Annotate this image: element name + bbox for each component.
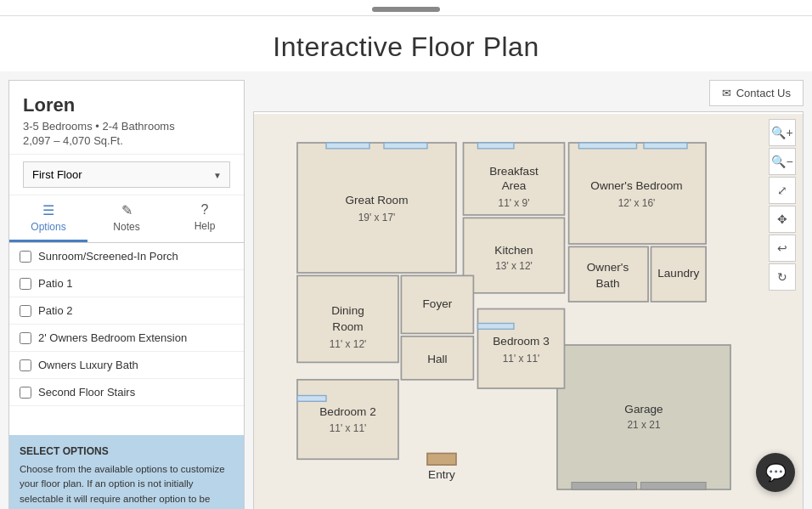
svg-text:Great Room: Great Room [345, 194, 408, 206]
option-checkbox-floorStairs[interactable] [20, 387, 31, 399]
main-layout: Loren 3-5 Bedrooms • 2-4 Bathrooms 2,097… [0, 71, 812, 509]
pan-button[interactable]: ✥ [769, 206, 796, 233]
svg-rect-35 [297, 380, 398, 460]
svg-rect-41 [579, 143, 637, 149]
option-label-patio1: Patio 1 [38, 277, 72, 290]
svg-text:Owner's: Owner's [587, 261, 629, 274]
option-item: Owners Luxury Bath [9, 352, 244, 379]
help-icon: ? [201, 202, 209, 218]
svg-text:Bedroom 2: Bedroom 2 [319, 405, 376, 418]
info-box-title: SELECT OPTIONS [20, 444, 234, 459]
property-beds: 3-5 Bedrooms • 2-4 Bathrooms [23, 120, 230, 133]
option-item: 2' Owners Bedroom Extension [9, 325, 244, 352]
option-label-sunroom: Sunroom/Screened-In Porch [38, 250, 178, 263]
option-label-luxuryBath: Owners Luxury Bath [38, 359, 138, 371]
svg-text:19' x 17': 19' x 17' [358, 212, 396, 223]
svg-rect-40 [478, 143, 515, 149]
svg-text:13' x 12': 13' x 12' [495, 260, 533, 272]
options-list: Sunroom/Screened-In PorchPatio 1Patio 22… [9, 243, 244, 435]
tab-notes-label: Notes [113, 221, 139, 233]
svg-rect-5 [641, 483, 707, 490]
svg-text:Laundry: Laundry [657, 267, 699, 280]
page-title-area: Interactive Floor Plan [0, 16, 812, 71]
svg-rect-4 [572, 483, 637, 490]
notes-icon: ✎ [121, 202, 133, 218]
progress-indicator [372, 7, 440, 12]
option-label-ownersBedroom: 2' Owners Bedroom Extension [38, 331, 187, 344]
right-panel: ✉ Contact Us Garage 21 x 21 Great Room [253, 80, 804, 509]
svg-text:Area: Area [502, 179, 527, 192]
svg-rect-16 [569, 143, 707, 244]
tabs: ☰ Options ✎ Notes ? Help [9, 195, 244, 243]
zoom-out-button[interactable]: 🔍− [769, 148, 796, 175]
svg-text:Breakfast: Breakfast [489, 165, 539, 178]
svg-text:Bath: Bath [596, 277, 620, 290]
info-box: SELECT OPTIONS Choose from the available… [9, 435, 244, 509]
top-bar [0, 0, 812, 16]
fit-button[interactable]: ⤢ [769, 177, 796, 204]
page-title: Interactive Floor Plan [0, 31, 812, 63]
tab-notes[interactable]: ✎ Notes [87, 195, 166, 242]
zoom-controls: 🔍+🔍−⤢✥↩↻ [769, 119, 796, 291]
option-checkbox-patio2[interactable] [20, 305, 31, 317]
svg-text:Garage: Garage [624, 403, 663, 416]
option-item: Second Floor Stairs [9, 379, 244, 406]
option-checkbox-sunroom[interactable] [20, 251, 31, 263]
floor-selector[interactable]: First Floor Second Floor Third Floor [23, 161, 230, 188]
chat-icon: 💬 [765, 462, 787, 483]
option-item: Patio 1 [9, 270, 244, 297]
option-checkbox-patio1[interactable] [20, 278, 31, 290]
svg-text:Owner's Bedroom: Owner's Bedroom [590, 179, 682, 192]
left-panel: Loren 3-5 Bedrooms • 2-4 Bathrooms 2,097… [8, 80, 245, 509]
contact-btn-label: Contact Us [736, 87, 791, 99]
tab-help[interactable]: ? Help [166, 195, 244, 242]
svg-text:11' x 9': 11' x 9' [499, 197, 530, 209]
option-item: Sunroom/Screened-In Porch [9, 243, 244, 270]
option-label-patio2: Patio 2 [38, 304, 72, 317]
option-checkbox-ownersBedroom[interactable] [20, 332, 31, 344]
svg-rect-45 [427, 454, 456, 466]
floorplan-svg: Garage 21 x 21 Great Room 19' x 17' Brea… [254, 112, 803, 509]
contact-btn-wrap: ✉ Contact Us [253, 80, 804, 106]
svg-text:Foyer: Foyer [423, 297, 453, 310]
options-icon: ☰ [42, 202, 54, 218]
svg-text:Room: Room [332, 320, 363, 333]
chat-bubble[interactable]: 💬 [756, 453, 795, 492]
svg-text:Bedroom 3: Bedroom 3 [493, 335, 550, 348]
svg-rect-44 [478, 324, 515, 330]
svg-text:21 x 21: 21 x 21 [627, 419, 660, 431]
tab-help-label: Help [195, 220, 216, 232]
contact-us-button[interactable]: ✉ Contact Us [709, 80, 804, 106]
option-item: Patio 2 [9, 297, 244, 325]
option-label-floorStairs: Second Floor Stairs [38, 386, 135, 399]
svg-text:11' x 11': 11' x 11' [330, 422, 367, 434]
floorplan-area: Garage 21 x 21 Great Room 19' x 17' Brea… [253, 111, 804, 509]
rotate-right-button[interactable]: ↻ [769, 263, 796, 291]
svg-text:12' x 16': 12' x 16' [618, 197, 656, 209]
tab-options[interactable]: ☰ Options [9, 195, 87, 242]
svg-rect-6 [297, 143, 456, 273]
svg-rect-43 [297, 396, 326, 402]
zoom-in-button[interactable]: 🔍+ [769, 119, 796, 146]
svg-rect-1 [557, 345, 730, 489]
property-sqft: 2,097 – 4,070 Sq.Ft. [23, 134, 230, 147]
info-box-body: Choose from the available options to cus… [20, 464, 225, 509]
svg-text:Kitchen: Kitchen [494, 244, 533, 257]
option-checkbox-luxuryBath[interactable] [20, 359, 31, 371]
rotate-left-button[interactable]: ↩ [769, 235, 796, 262]
svg-rect-19 [569, 246, 649, 302]
property-info: Loren 3-5 Bedrooms • 2-4 Bathrooms 2,097… [9, 81, 244, 155]
floor-selector-container: First Floor Second Floor Third Floor [23, 161, 230, 188]
floor-selector-wrap: First Floor Second Floor Third Floor [9, 155, 244, 195]
svg-text:Dining: Dining [331, 304, 364, 317]
svg-text:Entry: Entry [428, 468, 455, 481]
svg-rect-39 [384, 143, 427, 149]
svg-text:11' x 12': 11' x 12' [330, 338, 367, 350]
tab-options-label: Options [31, 221, 65, 233]
svg-text:Hall: Hall [427, 353, 447, 365]
svg-rect-42 [644, 143, 687, 149]
svg-text:11' x 11': 11' x 11' [503, 353, 540, 365]
svg-rect-32 [478, 309, 565, 389]
property-name: Loren [23, 94, 230, 116]
svg-rect-38 [326, 143, 369, 149]
